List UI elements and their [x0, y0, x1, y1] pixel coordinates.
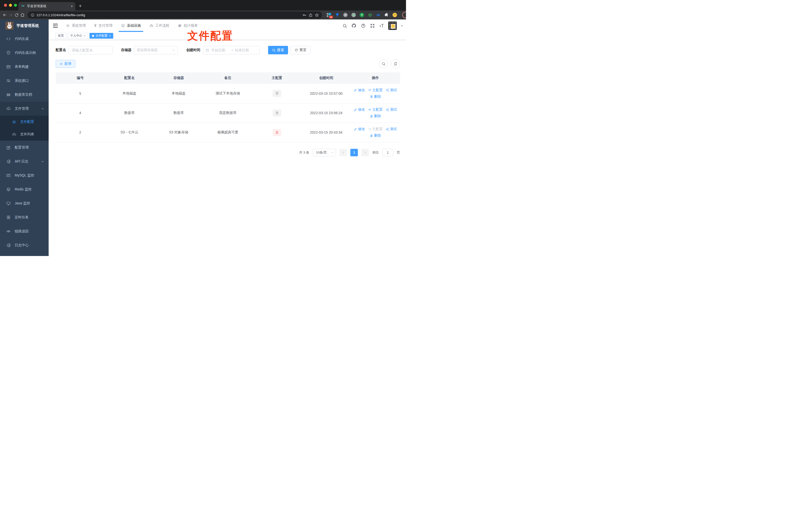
edit-link[interactable]: 修改 [354, 108, 365, 112]
storage-select[interactable]: 请选择存储器 [134, 46, 178, 54]
fullscreen-icon[interactable] [370, 23, 375, 28]
extension-badge: 11 [329, 16, 333, 19]
extensions-puzzle-icon[interactable] [384, 12, 389, 18]
add-button[interactable]: 新增 [56, 60, 75, 68]
extension-y-icon[interactable]: Y [359, 12, 364, 18]
extension-eye-icon[interactable] [376, 12, 381, 18]
browser-update-button[interactable]: 更新 ⋮ [402, 12, 406, 18]
sidebar-item-code-generation[interactable]: 代码生成 [0, 32, 49, 46]
sidebar-item-form-builder[interactable]: 表单构建 [0, 60, 49, 74]
sidebar-item-file-list[interactable]: 文件列表 [0, 128, 49, 141]
cell-storage: 数据库 [154, 103, 203, 123]
sidebar-item-redis-monitor[interactable]: Redis 监控 [0, 182, 49, 197]
sidebar-item-scheduled-tasks[interactable]: 定时任务 [0, 210, 49, 224]
close-icon[interactable]: × [109, 34, 111, 38]
test-link[interactable]: 测试 [386, 108, 397, 112]
site-info-icon[interactable] [31, 13, 34, 17]
sidebar-item-mysql-monitor[interactable]: MySQL 监控 [0, 169, 49, 182]
extension-tiles-icon[interactable]: 11 [326, 12, 331, 18]
page-size-select[interactable]: 10条/页 [313, 149, 336, 156]
sidebar-item-log-center[interactable]: 日志中心 [0, 238, 49, 252]
back-icon[interactable] [2, 12, 7, 18]
eye-icon [6, 229, 11, 234]
sidebar-item-system-api[interactable]: 系统接口 [0, 74, 49, 88]
window-controls[interactable] [4, 4, 17, 7]
sidebar-item-trace[interactable]: 链路追踪 [0, 224, 49, 238]
new-tab-button[interactable]: + [79, 3, 82, 9]
storage-label: 存储器 [121, 48, 132, 52]
bookmark-star-icon[interactable] [315, 13, 319, 17]
master-link-disabled: 主配置 [368, 127, 383, 131]
toggle-search-button[interactable] [379, 59, 388, 68]
topnav-system-management[interactable]: 系统管理 [62, 20, 90, 32]
home-icon[interactable] [20, 12, 25, 18]
search-button[interactable]: 搜索 [268, 46, 288, 54]
url-text[interactable]: 127.0.0.1:1024/infra/file/file-config [36, 13, 85, 17]
extension-kite-icon[interactable] [335, 12, 340, 18]
chevron-up-icon [41, 107, 44, 110]
topnav-workflow[interactable]: 工作流程 [145, 20, 174, 32]
window-close-button[interactable] [4, 4, 7, 7]
table-icon [6, 92, 11, 97]
next-page-button[interactable] [361, 149, 369, 156]
topnav-infrastructure[interactable]: 基础设施 [117, 20, 145, 32]
delete-link[interactable]: 删除 [370, 114, 381, 118]
edit-link[interactable]: 修改 [354, 127, 365, 131]
table-header-row: 编号 配置名 存储器 备注 主配置 创建时间 操作 [56, 72, 400, 84]
window-minimize-button[interactable] [9, 4, 12, 7]
edit-link[interactable]: 修改 [354, 88, 365, 92]
sidebar: 芋道管理系统 代码生成 代码生成示例 表单构建 系统接口 数据库文档 [0, 20, 49, 256]
sidebar-item-db-doc[interactable]: 数据库文档 [0, 88, 49, 102]
share-icon[interactable] [309, 13, 313, 17]
sidebar-item-java-monitor[interactable]: Java 监控 [0, 197, 49, 210]
date-end-input[interactable] [235, 48, 253, 52]
reset-button[interactable]: 重置 [291, 46, 311, 54]
extension-green-dot-icon[interactable] [351, 12, 356, 18]
config-name-input[interactable] [68, 46, 113, 54]
sidebar-item-file-management[interactable]: 文件管理 [0, 102, 49, 116]
sidebar-item-config-management[interactable]: 配置管理 [0, 141, 49, 155]
test-link[interactable]: 测试 [386, 88, 397, 92]
col-remark: 备注 [203, 72, 252, 84]
sidebar-item-file-config[interactable]: 文件配置 [0, 116, 49, 128]
delete-link[interactable]: 删除 [370, 94, 381, 99]
extension-star-icon[interactable] [368, 12, 373, 18]
search-icon[interactable] [342, 23, 347, 28]
user-avatar-qr[interactable] [388, 22, 397, 30]
font-size-icon[interactable] [379, 23, 384, 28]
refresh-table-button[interactable] [391, 59, 400, 68]
tag-file-config-active[interactable]: 文件配置 × [90, 33, 113, 39]
help-icon[interactable] [360, 23, 366, 28]
browser-toolbar: 127.0.0.1:1024/infra/file/file-config 11 [0, 10, 406, 20]
extension-command-icon[interactable]: ⌘ [343, 12, 348, 18]
window-zoom-button[interactable] [14, 4, 17, 7]
current-page-button[interactable]: 1 [350, 149, 358, 156]
master-link[interactable]: 主配置 [368, 108, 383, 112]
col-id: 编号 [56, 72, 105, 84]
tag-home[interactable]: 首页 [55, 33, 66, 39]
forward-icon[interactable] [8, 12, 13, 18]
prev-page-button[interactable] [340, 149, 347, 156]
sidebar-item-api-log[interactable]: API 日志 [0, 155, 49, 169]
monitor-icon [6, 201, 11, 206]
sidebar-item-code-demo[interactable]: 代码生成示例 [0, 46, 49, 60]
master-link[interactable]: 主配置 [368, 88, 383, 92]
browser-tab[interactable]: 芋道管理系统 × [19, 2, 75, 10]
password-key-icon[interactable] [302, 13, 307, 17]
test-link[interactable]: 测试 [386, 127, 397, 131]
tab-close-icon[interactable]: × [71, 4, 73, 8]
pencil-icon [354, 89, 357, 92]
goto-page-input[interactable] [382, 149, 393, 156]
topnav-payment-management[interactable]: ¥ 支付管理 [90, 20, 117, 32]
delete-link[interactable]: 删除 [370, 133, 381, 138]
tag-profile[interactable]: 个人中心 × [68, 33, 88, 39]
url-bar[interactable]: 127.0.0.1:1024/infra/file/file-config [28, 11, 322, 19]
reload-icon[interactable] [14, 12, 19, 18]
date-start-input[interactable] [211, 48, 230, 52]
sidebar-collapse-icon[interactable] [53, 23, 58, 28]
user-caret-down-icon[interactable]: ▾ [401, 24, 403, 27]
close-icon[interactable]: × [84, 34, 86, 38]
date-range-picker[interactable]: - [203, 46, 260, 54]
extension-emoji-icon[interactable] [392, 12, 397, 18]
github-icon[interactable] [351, 23, 356, 28]
